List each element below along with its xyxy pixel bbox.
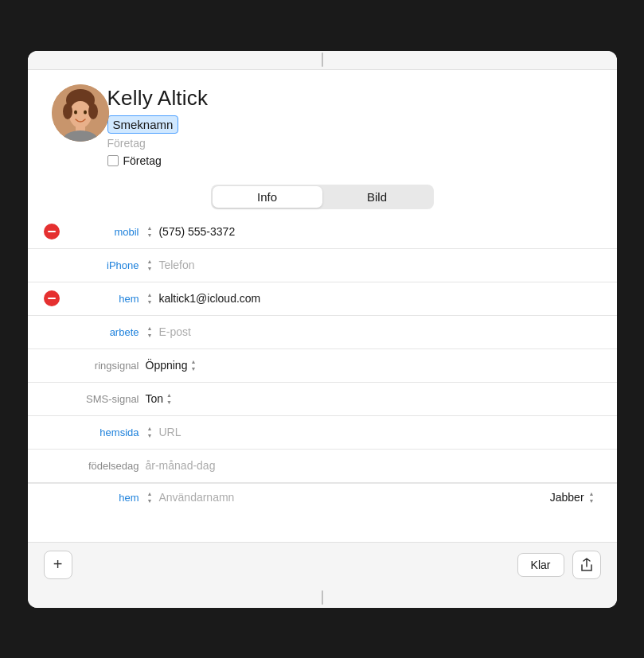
birthday-row: födelsedag år-månad-dag [28,450,617,483]
jabber-app-stepper[interactable]: ▲ ▼ [589,490,595,504]
email-value-1: kaltick1@icloud.com [158,292,260,305]
email-label-2[interactable]: arbete [68,326,139,338]
jabber-placeholder[interactable]: Användarnamn [158,491,234,504]
email-row-1: hem ▲ ▼ kaltick1@icloud.com [28,282,617,316]
svg-point-3 [63,103,72,119]
phone-label-1[interactable]: mobil [68,226,139,238]
email-stepper-2[interactable]: ▲ ▼ [147,325,153,339]
sms-row: SMS-signal Ton ▲ ▼ [28,383,617,416]
jabber-stepper[interactable]: ▲ ▼ [147,490,153,504]
email-label-1[interactable]: hem [68,293,139,305]
website-label[interactable]: hemsida [68,426,139,438]
contact-header: Kelly Altick Smeknamn Företag Företag [28,70,617,175]
tab-bild[interactable]: Bild [322,186,432,208]
phone-stepper-1[interactable]: ▲ ▼ [147,224,153,239]
ringtone-value[interactable]: Öppning [146,359,188,372]
phone-placeholder-2[interactable]: Telefon [158,259,194,271]
fields-content: mobil ▲ ▼ (575) 555-3372 iPhone ▲ ▼ Tele… [28,216,617,542]
email-stepper-1[interactable]: ▲ ▼ [147,291,153,306]
phone-row-1: mobil ▲ ▼ (575) 555-3372 [28,216,617,249]
phone-value-1: (575) 555-3372 [158,225,235,238]
sms-value[interactable]: Ton [146,392,164,405]
bottom-bar: + Klar [28,542,617,587]
bottom-right-actions: Klar [517,551,601,579]
ringtone-label: ringsignal [68,360,139,372]
klar-button[interactable]: Klar [517,553,564,577]
svg-point-5 [74,110,77,114]
nickname-field[interactable]: Smeknamn [107,115,179,134]
phone-group: mobil ▲ ▼ (575) 555-3372 iPhone ▲ ▼ Tele… [28,216,617,282]
sms-label: SMS-signal [68,393,139,405]
ringtone-row: ringsignal Öppning ▲ ▼ [28,349,617,383]
bottom-handle [28,587,617,608]
email-placeholder-2[interactable]: E-post [158,325,190,338]
ringtone-stepper[interactable]: ▲ ▼ [190,358,196,372]
bottom-resize-bar [322,590,323,605]
company-checkbox[interactable] [107,155,119,166]
phone-label-2[interactable]: iPhone [68,259,139,271]
phone-row-2: iPhone ▲ ▼ Telefon [28,249,617,282]
remove-phone-button[interactable] [44,224,60,239]
contact-full-name: Kelly Altick [107,86,209,111]
jabber-app-value: Jabber [550,491,584,504]
svg-point-6 [84,110,87,114]
resize-handle [322,53,323,67]
sms-stepper[interactable]: ▲ ▼ [166,391,172,406]
tab-container: Info Bild [211,185,434,209]
company-label: Företag [123,154,162,167]
svg-point-2 [69,101,92,128]
company-placeholder[interactable]: Företag [107,137,146,150]
remove-email-button[interactable] [44,290,60,306]
email-row-2: arbete ▲ ▼ E-post [28,316,617,349]
company-row: Företag [107,154,162,167]
jabber-label[interactable]: hem [68,492,139,504]
share-button[interactable] [572,551,601,579]
jabber-partial-row: hem ▲ ▼ Användarnamn Jabber ▲ ▼ [28,483,617,512]
website-stepper[interactable]: ▲ ▼ [147,425,153,439]
phone-stepper-2[interactable]: ▲ ▼ [147,258,153,272]
tab-info[interactable]: Info [213,186,322,208]
tab-bar: Info Bild [28,185,617,209]
website-row: hemsida ▲ ▼ URL [28,416,617,450]
avatar[interactable] [52,84,109,142]
birthday-placeholder[interactable]: år-månad-dag [146,459,216,472]
add-field-button[interactable]: + [44,551,72,579]
top-bar [28,51,617,70]
svg-point-4 [88,103,98,119]
birthday-label: födelsedag [68,460,139,472]
website-placeholder[interactable]: URL [158,426,181,438]
email-group: hem ▲ ▼ kaltick1@icloud.com arbete ▲ ▼ E… [28,282,617,349]
